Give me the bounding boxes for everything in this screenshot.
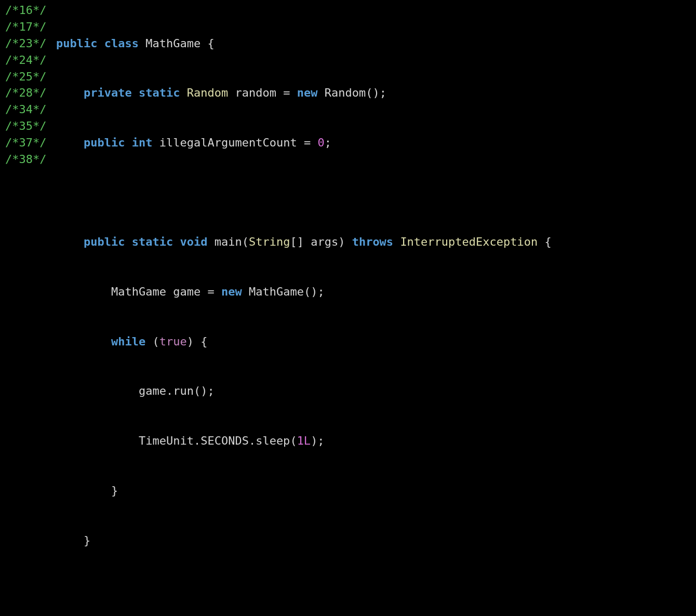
gutter-line: /*35*/ <box>5 118 56 135</box>
code-line: public static void main(String[] args) t… <box>56 234 696 250</box>
code-column[interactable]: public class MathGame { private static R… <box>56 2 696 616</box>
code-line: public class MathGame { <box>56 35 696 52</box>
code-line: while (true) { <box>56 333 696 350</box>
gutter-line: /*25*/ <box>5 69 56 85</box>
code-line: MathGame game = new MathGame(); <box>56 284 696 300</box>
gutter-column: /*16*/ /*17*/ /*23*/ /*24*/ /*25*/ /*28*… <box>0 2 56 616</box>
gutter-line: /*37*/ <box>5 135 56 151</box>
gutter-line: /*23*/ <box>5 35 56 52</box>
code-line: game.run(); <box>56 383 696 399</box>
code-line: public int illegalArgumentCount = 0; <box>56 135 696 151</box>
code-line: } <box>56 483 696 499</box>
gutter-line: /*34*/ <box>5 101 56 118</box>
code-editor: /*16*/ /*17*/ /*23*/ /*24*/ /*25*/ /*28*… <box>0 0 696 616</box>
gutter-line: /*16*/ <box>5 2 56 19</box>
code-line: TimeUnit.SECONDS.sleep(1L); <box>56 433 696 449</box>
gutter-line: /*38*/ <box>5 151 56 168</box>
gutter-line: /*24*/ <box>5 52 56 69</box>
code-line <box>56 582 696 598</box>
code-line: } <box>56 532 696 549</box>
code-line <box>56 184 696 201</box>
code-line: private static Random random = new Rando… <box>56 85 696 101</box>
gutter-line: /*28*/ <box>5 85 56 101</box>
gutter-line: /*17*/ <box>5 19 56 35</box>
